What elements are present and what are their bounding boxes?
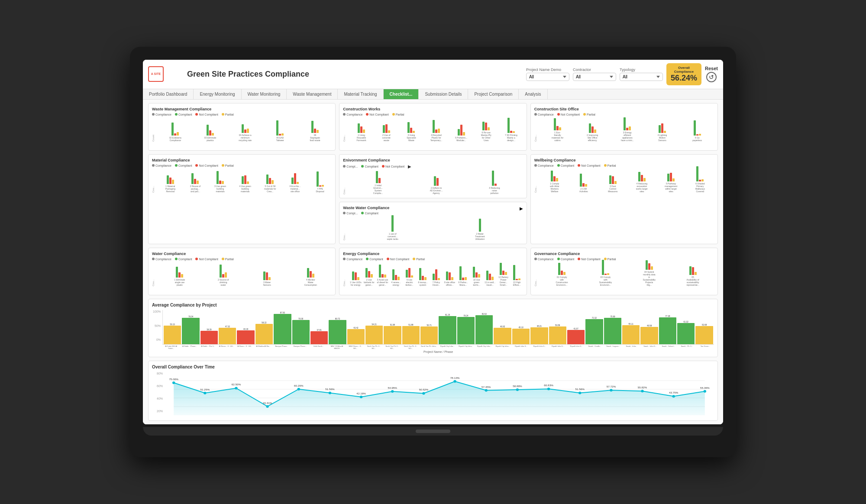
- bar-label-wb-2: 2 CSR Activities: [577, 187, 590, 193]
- logo-icon: A SITE: [148, 66, 164, 82]
- construction-works-bars: Cou... 1 Using Reusable Formwork 2 Use o…: [343, 118, 523, 142]
- bar-label-cso-5: 5 Go paperless: [691, 136, 704, 142]
- avg-bar-group-6: 87.50: [274, 312, 291, 344]
- waste-water-title: Waste Water Compliance: [343, 206, 389, 210]
- bar-label-ec-1: 1 Use LEDs for energy: [349, 281, 362, 286]
- bar-cso-4: 4 Lighting Motion Sensors: [646, 113, 679, 142]
- tab-checklist[interactable]: Checklist...: [384, 89, 419, 99]
- avg-bar-group-17: 83.52: [475, 313, 493, 344]
- bar-mc-4: 4 Use green building materials: [233, 165, 257, 193]
- y-axis-gov: Cou...: [534, 262, 537, 286]
- waste-management-title: Waste Management Compliance: [152, 107, 332, 111]
- bar-cw-5: 5 Prefabric... Modular...: [449, 116, 473, 142]
- svg-point-26: [516, 388, 519, 391]
- bar-ec-11: 11 in well... travel...: [484, 261, 496, 286]
- bar-label-wc-1: 1 Eliminate single use plastic: [173, 278, 186, 286]
- governance-chart: Governance Compliance Compliance Complia…: [530, 248, 718, 295]
- bar-label-wb-1: 1 Comply with Aldar Workers Welfare: [548, 182, 561, 193]
- svg-point-24: [485, 389, 488, 392]
- avg-bar-group-25: 55.11: [622, 323, 640, 344]
- wellbeing-chart: Wellbeing Compliance Compliance Complian…: [530, 154, 718, 244]
- svg-text:51.56%: 51.56%: [575, 388, 585, 391]
- tab-portfolio[interactable]: Portfolio Dashboard: [143, 89, 194, 99]
- svg-text:57.45%: 57.45%: [481, 385, 491, 388]
- bar-wb-5: 5 Pathway management within larger sites: [657, 162, 685, 193]
- bar-label-cso-2: 2 Improving Site Office efficiency: [586, 134, 599, 142]
- energy-compliance-title: Energy Compliance: [343, 252, 523, 256]
- y-20: 20%: [152, 410, 163, 413]
- laptop-base: [143, 427, 723, 436]
- tab-submission[interactable]: Submission Details: [419, 89, 468, 99]
- contractor-filter: Contractor All: [573, 68, 616, 81]
- typology-select[interactable]: All: [620, 73, 663, 81]
- bar-label-cso-3: 3 Energy efficient appliances have a min…: [621, 131, 634, 142]
- contractor-select[interactable]: All: [573, 73, 616, 81]
- svg-point-6: [204, 392, 206, 394]
- tab-water-monitoring[interactable]: Water Monitoring: [242, 89, 287, 99]
- avg-bar-group-2: 39.29: [200, 329, 218, 344]
- contractor-label: Contractor: [573, 68, 616, 72]
- tab-waste[interactable]: Waste Management: [287, 89, 338, 99]
- tab-material[interactable]: Material Tracking: [338, 89, 383, 99]
- x-axis-title: Project Name / Phase: [162, 350, 714, 353]
- material-compliance-title: Material Compliance: [152, 158, 332, 162]
- y-axis-ww: Cou...: [343, 216, 346, 240]
- avg-bar-group-15: 81.25: [439, 314, 456, 344]
- svg-point-30: [578, 392, 581, 394]
- bar-cw-3: 3 Using Specialist Waste: [400, 113, 423, 142]
- ec-bars: Cou... 1 Use LEDs for energy 2 Use biofu…: [343, 262, 523, 286]
- wb-bars: Cou... 1 Comply with Aldar Workers Welfa…: [534, 169, 714, 193]
- bar-env-3: 3 Reducing noise pollution: [466, 166, 523, 194]
- bar-label-ec-3: 3 Avoid use of diesel for gener...: [376, 278, 388, 286]
- bar-cso-3: 3 Energy efficient appliances have a min…: [611, 111, 644, 142]
- bar-label-2: 03 Eliminate plastics: [204, 136, 217, 142]
- avg-bar-group-8: 37.81: [310, 329, 328, 344]
- bar-mc-3: 3 Use green building materials: [208, 165, 232, 193]
- reset-icon: ↺: [706, 72, 717, 82]
- bar-ec-2: 2 Use biofuels for gener...: [363, 258, 375, 286]
- avg-bar-group-12: 51.98: [384, 324, 401, 344]
- environment-compliance-chart: Enivornment Compliance Compl... Complian…: [339, 154, 527, 198]
- overall-compliance-title: Overall Compliance Over Time: [152, 365, 714, 369]
- bar-label-mc-6: 6 Eco-frie... material... site office: [288, 185, 301, 193]
- project-name-select[interactable]: All: [526, 73, 569, 81]
- svg-point-18: [391, 390, 394, 393]
- bar-cw-4: 4 Recycled Plastic for Temporary...: [424, 113, 448, 142]
- bar-gov-4: 04 Submit monthly data in Sustainability…: [628, 250, 670, 286]
- water-compliance-chart: Water Compliance Compliance Compliant No…: [148, 248, 336, 295]
- bar-ec-10: 10 Use green techn...: [471, 258, 483, 286]
- svg-text:62.50%: 62.50%: [232, 383, 241, 386]
- bar-label-gov-4: 04 Submit monthly data in Sustainability…: [643, 271, 656, 286]
- svg-text:57.72%: 57.72%: [607, 385, 616, 388]
- tab-analysis[interactable]: Analysis: [519, 89, 547, 99]
- bar-ec-12: 12 Battery Power Gener... Small...: [498, 255, 510, 286]
- bar-label-wb-6: 6 Shaded Primary Walkways Covered: [694, 182, 707, 193]
- bar-label-ec-12: 12 Battery Power Gener... Small...: [498, 276, 510, 286]
- bar-cw-6: 6 Re-use Marine-Ply for Other Uses: [474, 111, 498, 142]
- bar-ec-6: 6 transp... system: [417, 261, 429, 286]
- energy-compliance-chart: Energy Compliance Compliance Compliant N…: [339, 248, 527, 295]
- bar-label-mc-4: 4 Use green building materials: [239, 185, 252, 193]
- bar-ec-5: 5 Use electric biofue...: [403, 258, 415, 286]
- bar-label-ww-2: 2 Water Treatment Utilization: [473, 233, 486, 240]
- reset-button[interactable]: Reset ↺: [705, 66, 718, 82]
- logo-area: A SITE: [148, 66, 183, 82]
- svg-point-20: [422, 392, 425, 395]
- tab-energy[interactable]: Energy Monitoring: [194, 89, 241, 99]
- compliance-badge: OverallCompliance 56.24%: [666, 63, 701, 85]
- bar-label-mc-2: 2 Reuse of packag... and pall...: [189, 185, 202, 193]
- tab-project-comparison[interactable]: Project Comparison: [468, 89, 519, 99]
- avg-compliance-title: Average Compliance by Project: [152, 303, 714, 307]
- bar-label-wb-4: 4 Reducing excavation works larger sites: [635, 182, 648, 193]
- bar-group-4: 05 EAD Tailweer: [263, 116, 297, 142]
- bar-label-cw-5: 5 Prefabric... Modular...: [455, 136, 468, 142]
- bar-ww-1: 1 use of conventi... septic tanks: [349, 212, 436, 240]
- ww-expand-icon[interactable]: ▶: [520, 206, 523, 211]
- svg-text:42.19%: 42.19%: [356, 392, 366, 395]
- svg-text:60.29%: 60.29%: [294, 384, 304, 387]
- y-axis-mc: Cou...: [152, 169, 155, 193]
- compliance-value: 56.24%: [671, 74, 697, 83]
- svg-text:43.75%: 43.75%: [669, 391, 679, 394]
- bar-mc-7: 7 PPE Disposal: [308, 167, 332, 193]
- bar-ec-4: 4 renew... energy: [390, 261, 402, 286]
